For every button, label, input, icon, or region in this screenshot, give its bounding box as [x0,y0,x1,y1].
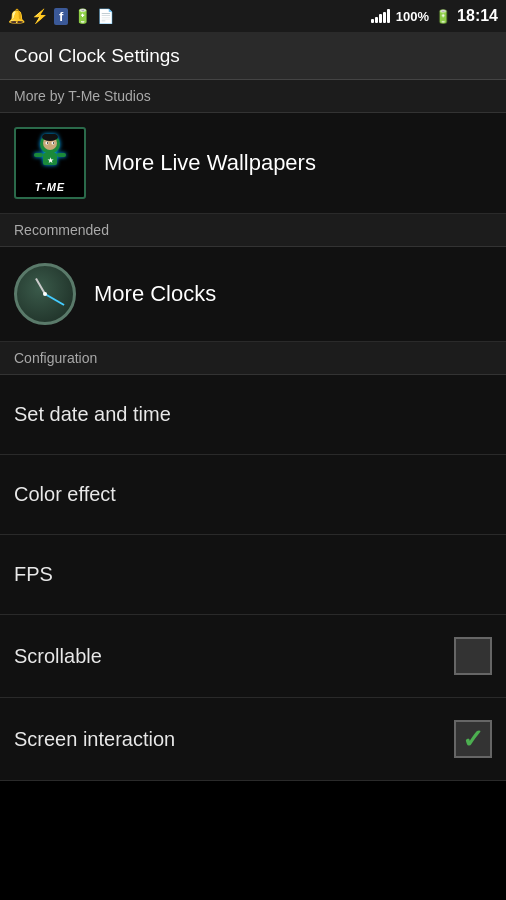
status-left: 🔔 ⚡ f 🔋 📄 [8,8,114,25]
app-icon1: 🔋 [74,8,91,24]
tme-logo: ★ T-ME [14,127,86,199]
section-recommended: Recommended [0,214,506,247]
more-wallpapers-title: More Live Wallpapers [104,150,316,176]
svg-point-6 [53,142,54,143]
facebook-icon: f [54,8,68,25]
section-configuration-label: Configuration [14,350,97,366]
clock-hand-minute [45,293,65,306]
status-bar: 🔔 ⚡ f 🔋 📄 100% 🔋 18:14 [0,0,506,32]
signal-bar-2 [375,17,378,23]
svg-point-5 [47,142,48,143]
clock-icon [14,263,76,325]
tme-figure-icon: ★ [28,134,72,179]
svg-text:★: ★ [47,156,54,165]
signal-bar-5 [387,9,390,23]
checkmark-screen-interaction: ✓ [462,726,484,752]
title-bar: Cool Clock Settings [0,32,506,80]
svg-rect-9 [57,153,66,157]
battery-icon: 🔋 [435,9,451,24]
page-title: Cool Clock Settings [14,45,180,67]
checkbox-screen-interaction[interactable]: ✓ [454,720,492,758]
section-more-by-label: More by T-Me Studios [14,88,151,104]
more-clocks-item[interactable]: More Clocks [0,247,506,342]
config-label-fps: FPS [14,563,53,586]
config-item-scrollable[interactable]: Scrollable [0,615,506,698]
more-wallpapers-item[interactable]: ★ T-ME More Live Wallpapers [0,113,506,214]
config-item-color-effect[interactable]: Color effect [0,455,506,535]
signal-bar-1 [371,19,374,23]
app-icon2: 📄 [97,8,114,24]
more-clocks-title: More Clocks [94,281,216,307]
config-label-color-effect: Color effect [14,483,116,506]
config-label-set-date-time: Set date and time [14,403,171,426]
section-more-by: More by T-Me Studios [0,80,506,113]
checkbox-scrollable[interactable] [454,637,492,675]
usb-icon: ⚡ [31,8,48,24]
section-configuration: Configuration [0,342,506,375]
config-item-set-date-time[interactable]: Set date and time [0,375,506,455]
battery-level: 100% [396,9,429,24]
svg-rect-8 [34,153,43,157]
notification-icon: 🔔 [8,8,25,24]
config-item-screen-interaction[interactable]: Screen interaction✓ [0,698,506,781]
config-label-scrollable: Scrollable [14,645,102,668]
clock-center [43,292,47,296]
clock-face [17,266,73,322]
config-label-screen-interaction: Screen interaction [14,728,175,751]
signal-bars [371,9,390,23]
section-recommended-label: Recommended [14,222,109,238]
signal-bar-3 [379,14,382,23]
config-item-fps[interactable]: FPS [0,535,506,615]
status-time: 18:14 [457,7,498,25]
signal-bar-4 [383,12,386,23]
tme-text: T-ME [35,181,65,193]
config-list: Set date and timeColor effectFPSScrollab… [0,375,506,781]
status-right: 100% 🔋 18:14 [371,7,498,25]
